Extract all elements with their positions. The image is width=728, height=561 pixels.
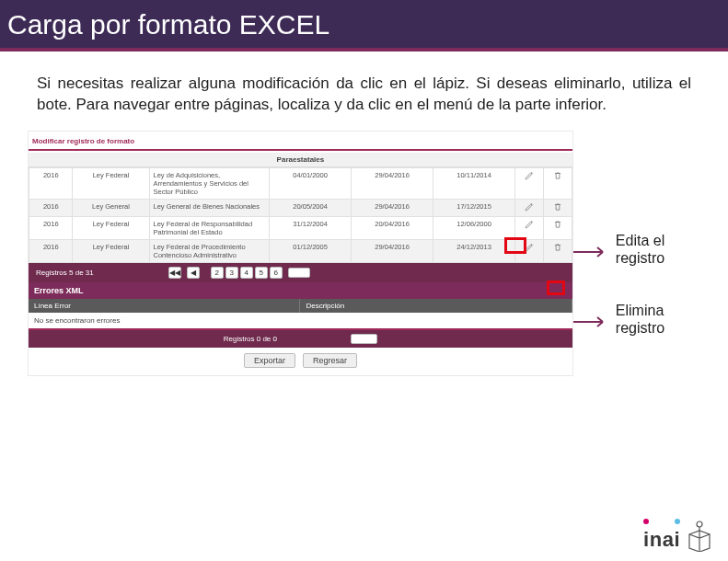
edit-row-button[interactable] <box>515 216 544 239</box>
slide-header: Carga por formato EXCEL <box>0 0 728 52</box>
errors-records-count: Registros 0 de 0 <box>224 335 277 343</box>
export-button[interactable]: Exportar <box>244 353 295 368</box>
cell-date1: 20/05/2004 <box>270 199 352 216</box>
cell-year: 2016 <box>29 216 73 239</box>
cell-date3: 24/12/2013 <box>433 239 515 262</box>
page-number-button[interactable]: 4 <box>240 267 253 279</box>
table-row: 2016Ley FederalLey de Adquisiciones, Arr… <box>29 167 572 199</box>
errors-pagination-bar: Registros 0 de 0 10 ▾ <box>29 330 572 348</box>
table-row: 2016Ley FederalLey Federal de Procedimie… <box>29 239 572 262</box>
page-first-button[interactable]: ◀◀ <box>168 267 181 279</box>
page-size-select[interactable]: 5 ▾ <box>288 268 311 278</box>
description-paragraph: Si necesitas realizar alguna modificació… <box>0 52 728 131</box>
cell-date1: 01/12/2005 <box>270 239 352 262</box>
cell-type: Ley Federal <box>73 167 149 199</box>
action-buttons-row: Exportar Regresar <box>29 348 572 375</box>
errors-col-line: Línea Error <box>29 299 300 313</box>
page-number-button[interactable]: 3 <box>225 267 238 279</box>
delete-row-button[interactable] <box>543 199 572 216</box>
delete-row-button[interactable] <box>543 167 572 199</box>
pagination-bar: Registros 5 de 31 ◀◀ ◀ 23456 5 ▾ <box>29 263 572 282</box>
pencil-icon <box>525 205 534 213</box>
cell-date2: 29/04/2016 <box>352 199 433 216</box>
back-button[interactable]: Regresar <box>303 353 357 368</box>
cell-year: 2016 <box>29 239 73 262</box>
logo-text: inai <box>643 528 680 552</box>
embedded-app-screenshot: Modificar registro de formato Paraestata… <box>28 131 573 376</box>
cell-date2: 20/04/2016 <box>352 216 433 239</box>
errors-col-desc: Descripción <box>300 299 572 313</box>
logo-mark-icon <box>686 521 713 552</box>
cell-date3: 10/11/2014 <box>433 167 515 199</box>
cell-law: Ley de Adquisiciones, Arrendamientos y S… <box>149 167 270 199</box>
highlight-delete-icon <box>547 280 565 295</box>
records-count: Registros 5 de 31 <box>36 269 94 277</box>
cell-law: Ley General de Bienes Nacionales <box>149 199 270 216</box>
cell-date3: 17/12/2015 <box>433 199 515 216</box>
cell-type: Ley Federal <box>73 216 149 239</box>
section-title: Modificar registro de formato <box>29 132 572 151</box>
table-row: 2016Ley FederalLey Federal de Responsabi… <box>29 216 572 239</box>
svg-point-0 <box>697 521 702 527</box>
trash-icon <box>553 246 562 254</box>
errors-page-size-select[interactable]: 10 ▾ <box>351 334 377 344</box>
logo-dot-i2 <box>675 519 680 524</box>
cell-type: Ley General <box>73 199 149 216</box>
page-title: Carga por formato EXCEL <box>7 9 721 40</box>
table-row: 2016Ley GeneralLey General de Bienes Nac… <box>29 199 572 216</box>
trash-icon <box>553 205 562 213</box>
delete-row-button[interactable] <box>543 239 572 262</box>
arrow-icon <box>573 314 610 325</box>
pencil-icon <box>525 223 534 231</box>
callout-edit: Edita el registro <box>573 232 710 267</box>
page-prev-button[interactable]: ◀ <box>187 267 200 279</box>
cell-date1: 31/12/2004 <box>270 216 352 239</box>
edit-row-button[interactable] <box>515 199 544 216</box>
edit-row-button[interactable] <box>515 167 544 199</box>
callouts-column: Edita el registro Elimina registro <box>573 131 710 372</box>
page-number-button[interactable]: 6 <box>270 267 283 279</box>
callout-edit-label: Edita el registro <box>616 232 710 267</box>
cell-type: Ley Federal <box>73 239 149 262</box>
logo-dot-i1 <box>643 519 649 524</box>
cell-date3: 12/06/2000 <box>433 216 515 239</box>
trash-icon <box>553 223 562 231</box>
highlight-edit-icon <box>504 237 526 254</box>
cell-date2: 29/04/2016 <box>352 167 433 199</box>
inai-logo: inai <box>643 521 713 552</box>
arrow-icon <box>573 244 610 255</box>
cell-law: Ley Federal de Procedimiento Contencioso… <box>149 239 270 262</box>
errors-columns: Línea Error Descripción <box>29 299 572 313</box>
errors-header: Errores XML <box>29 282 572 299</box>
records-table: 2016Ley FederalLey de Adquisiciones, Arr… <box>29 167 572 263</box>
table-subheader: Paraestatales <box>29 153 572 167</box>
cell-law: Ley Federal de Responsabilidad Patrimoni… <box>149 216 270 239</box>
page-number-button[interactable]: 2 <box>211 267 224 279</box>
cell-year: 2016 <box>29 167 73 199</box>
errors-empty-message: No se encontraron errores <box>29 313 572 330</box>
page-number-button[interactable]: 5 <box>255 267 268 279</box>
callout-delete: Elimina registro <box>573 302 710 337</box>
trash-icon <box>553 174 562 182</box>
cell-year: 2016 <box>29 199 73 216</box>
callout-delete-label: Elimina registro <box>616 302 710 337</box>
cell-date2: 29/04/2016 <box>352 239 433 262</box>
cell-date1: 04/01/2000 <box>270 167 352 199</box>
pencil-icon <box>525 174 534 182</box>
delete-row-button[interactable] <box>543 216 572 239</box>
